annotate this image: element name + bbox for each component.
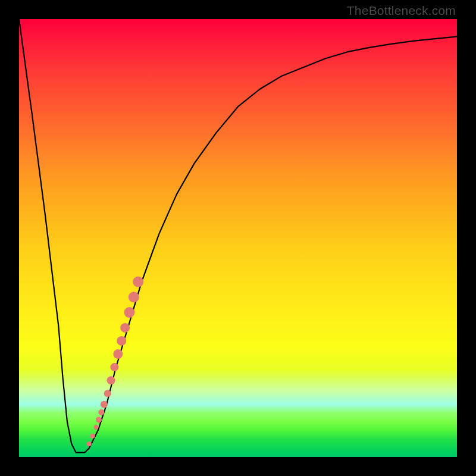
bottleneck-curve bbox=[19, 19, 457, 453]
dot-6 bbox=[101, 401, 108, 408]
dot-15 bbox=[133, 277, 143, 287]
dot-4 bbox=[96, 416, 102, 422]
chart-plot-area bbox=[19, 19, 457, 457]
dot-5 bbox=[98, 409, 104, 415]
chart-frame: TheBottleneck.com bbox=[0, 0, 476, 476]
data-points bbox=[87, 277, 143, 446]
dot-11 bbox=[117, 336, 126, 346]
dot-2 bbox=[90, 434, 95, 439]
dot-7 bbox=[104, 390, 111, 397]
dot-1 bbox=[87, 441, 92, 446]
attribution-text: TheBottleneck.com bbox=[347, 4, 456, 18]
dot-9 bbox=[110, 363, 118, 371]
dot-12 bbox=[120, 323, 130, 333]
dot-3 bbox=[94, 425, 99, 430]
dot-13 bbox=[124, 307, 134, 318]
dot-10 bbox=[113, 349, 123, 359]
dot-8 bbox=[107, 376, 115, 384]
dot-14 bbox=[129, 292, 139, 302]
chart-svg bbox=[19, 19, 457, 457]
